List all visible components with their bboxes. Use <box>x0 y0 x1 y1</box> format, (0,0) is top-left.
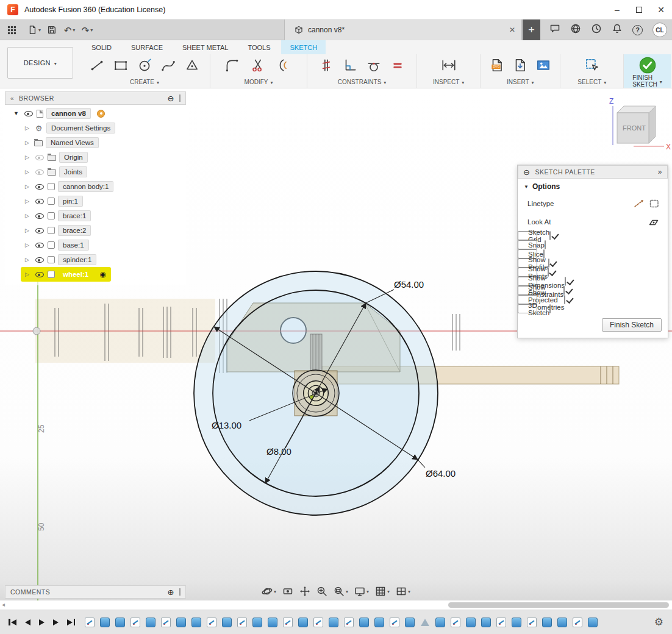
timeline-feature-icon[interactable] <box>573 618 582 627</box>
dimension-13-label[interactable]: Ø13.00 <box>212 420 241 430</box>
browser-item[interactable]: wheel:1 <box>21 267 111 282</box>
timeline-feature-icon[interactable] <box>191 618 201 627</box>
timeline-feature-icon[interactable] <box>542 618 552 627</box>
item-label[interactable]: Document Settings <box>46 123 115 134</box>
equal-constraint-button[interactable] <box>390 57 406 73</box>
expand-arrow-icon[interactable] <box>23 183 31 190</box>
item-label[interactable]: pin:1 <box>58 196 83 207</box>
palette-checkbox[interactable] <box>545 240 546 249</box>
options-section-header[interactable]: ▼ Options <box>518 179 668 194</box>
expand-arrow-icon[interactable] <box>23 125 31 131</box>
palette-expand-icon[interactable]: » <box>658 168 662 176</box>
timeline-feature-icon[interactable] <box>130 618 140 627</box>
expand-arrow-icon[interactable] <box>23 154 31 160</box>
visibility-eye-icon[interactable] <box>34 182 45 191</box>
timeline-feature-icon[interactable] <box>557 618 567 627</box>
timeline-feature-icon[interactable] <box>390 618 399 627</box>
visibility-eye-icon[interactable] <box>34 167 45 177</box>
item-label[interactable]: spinder:1 <box>58 254 96 265</box>
undo-button[interactable]: ↶ <box>62 20 77 40</box>
web-home-button[interactable] <box>570 23 581 37</box>
visibility-eye-icon[interactable] <box>34 196 45 206</box>
timeline-feature-icon[interactable] <box>374 618 384 627</box>
skip-to-start-button[interactable] <box>9 619 16 625</box>
user-avatar[interactable]: CL <box>652 23 667 37</box>
timeline-feature-icon[interactable] <box>496 618 506 627</box>
linetype-buttons[interactable] <box>634 199 659 208</box>
ribbon-tab[interactable]: SOLID <box>83 40 120 54</box>
timeline-feature-icon[interactable] <box>435 618 445 627</box>
visibility-eye-icon[interactable] <box>34 152 45 162</box>
finish-sketch-dropdown[interactable]: FINISH SKETCH <box>632 74 662 88</box>
close-button[interactable]: ✕ <box>650 0 672 20</box>
document-tab-close-icon[interactable]: ✕ <box>509 26 515 34</box>
perpendicular-constraint-button[interactable] <box>342 57 358 73</box>
item-label[interactable]: cannon body:1 <box>58 181 113 192</box>
timeline-feature-icon[interactable] <box>451 618 460 627</box>
browser-item[interactable]: cannon v8 <box>5 106 186 121</box>
insert-image-button[interactable] <box>535 57 551 73</box>
item-label[interactable]: wheel:1 <box>58 269 93 280</box>
dimension-64-label[interactable]: Ø64.00 <box>426 468 456 479</box>
modify-dropdown[interactable]: MODIFY <box>245 79 273 85</box>
measure-tool-button[interactable] <box>441 57 457 73</box>
ribbon-tab[interactable]: SURFACE <box>123 40 171 54</box>
timeline-feature-icon[interactable] <box>207 618 216 627</box>
expand-arrow-icon[interactable] <box>23 242 31 248</box>
redo-button[interactable]: ↷ <box>79 20 95 40</box>
display-settings-button[interactable] <box>354 586 369 597</box>
expand-arrow-icon[interactable] <box>23 169 31 175</box>
scroll-left-icon[interactable]: ◂ <box>2 601 5 608</box>
save-button[interactable] <box>44 20 60 40</box>
timeline-feature-icon[interactable] <box>481 618 491 627</box>
add-comment-icon[interactable]: ⊕ <box>168 588 174 597</box>
browser-item[interactable]: cannon body:1 <box>5 179 186 194</box>
insert-svg-button[interactable]: SVG <box>489 57 505 73</box>
browser-item[interactable]: spinder:1 <box>5 252 186 267</box>
sketch-palette-header[interactable]: ⊖ SKETCH PALETTE » <box>518 165 668 179</box>
timeline-feature-icon[interactable] <box>298 618 308 627</box>
browser-item[interactable]: brace:1 <box>5 208 186 223</box>
view-cube[interactable]: FRONT Z X <box>607 91 672 152</box>
expand-arrow-icon[interactable] <box>23 227 31 233</box>
item-label[interactable]: base:1 <box>58 240 89 251</box>
help-button[interactable]: ? <box>632 25 643 35</box>
job-status-button[interactable] <box>591 23 602 37</box>
zoom-window-button[interactable] <box>334 586 348 597</box>
item-label[interactable]: cannon v8 <box>46 108 91 119</box>
timeline-feature-icon[interactable] <box>405 618 415 627</box>
browser-item[interactable]: Named Views <box>5 135 186 150</box>
fillet-tool-button[interactable] <box>224 57 240 73</box>
dimension-8-label[interactable]: Ø8.00 <box>266 446 291 457</box>
polygon-tool-button[interactable] <box>184 57 200 73</box>
ribbon-tab[interactable]: SHEET METAL <box>174 40 237 54</box>
document-tab[interactable]: cannon v8* ✕ <box>284 20 522 40</box>
comments-grip[interactable] <box>179 588 181 596</box>
play-button[interactable] <box>39 619 45 625</box>
browser-item[interactable]: Document Settings <box>5 121 186 135</box>
viewports-button[interactable] <box>396 586 410 597</box>
timeline-feature-icon[interactable] <box>359 618 369 627</box>
visibility-eye-icon[interactable] <box>34 211 45 221</box>
timeline-feature-icon[interactable] <box>100 618 110 627</box>
file-menu-button[interactable] <box>26 20 42 40</box>
item-label[interactable]: brace:1 <box>58 210 91 221</box>
timeline-feature-icon[interactable] <box>512 618 521 627</box>
expand-arrow-icon[interactable] <box>23 140 31 146</box>
orbit-button[interactable] <box>262 586 276 597</box>
browser-item[interactable]: pin:1 <box>5 194 186 208</box>
look-at-nav-button[interactable] <box>282 586 293 597</box>
look-at-button[interactable] <box>648 218 659 226</box>
collapse-panel-icon[interactable]: « <box>10 95 14 102</box>
pan-button[interactable] <box>299 586 310 597</box>
comments-button[interactable] <box>549 23 560 37</box>
step-back-button[interactable] <box>25 619 30 625</box>
item-label[interactable]: brace:2 <box>58 225 91 236</box>
timeline-feature-icon[interactable] <box>283 618 293 627</box>
circle-tool-button[interactable] <box>137 57 152 73</box>
expand-arrow-icon[interactable] <box>23 271 31 277</box>
timeline-feature-icon[interactable] <box>329 618 338 627</box>
timeline-feature-icon[interactable] <box>222 618 232 627</box>
timeline-feature-icon[interactable] <box>466 618 476 627</box>
line-tool-button[interactable] <box>89 57 105 73</box>
